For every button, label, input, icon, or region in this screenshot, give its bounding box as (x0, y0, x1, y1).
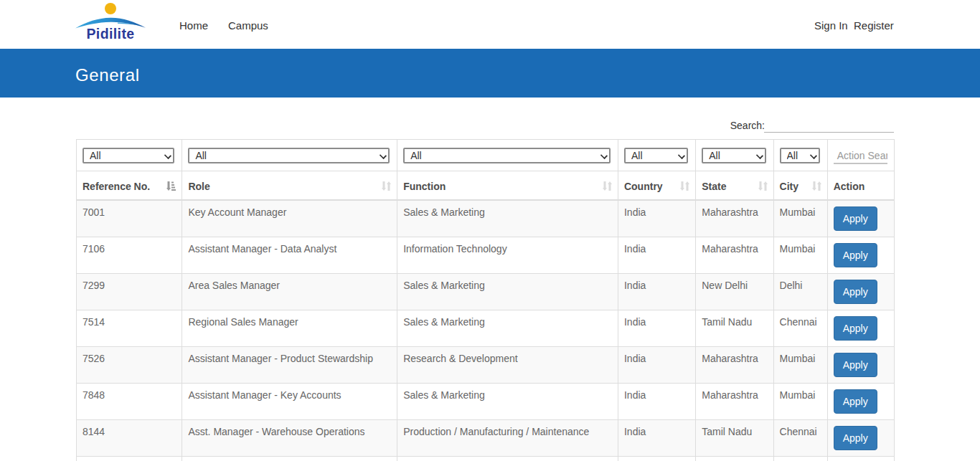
svg-text:Pidilite: Pidilite (86, 26, 134, 41)
